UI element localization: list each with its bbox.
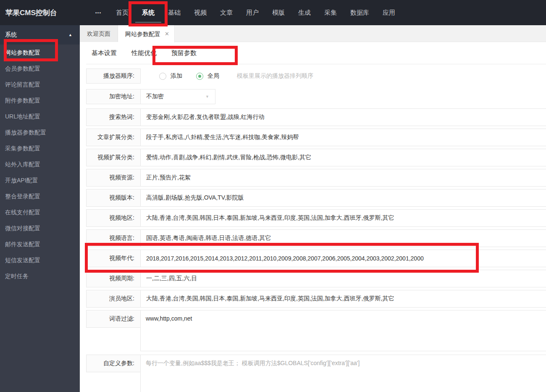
text-input[interactable]: 变形金刚,火影忍者,复仇者联盟,战狼,红海行动 (141, 108, 546, 126)
field-label: 播放器顺序: (86, 68, 141, 84)
app-logo: 苹果CMS控制台 (0, 8, 80, 18)
sidebar-item-login-config[interactable]: 整合登录配置 (0, 188, 80, 204)
field-hint: 模板里展示的播放器排列顺序 (237, 72, 313, 80)
subtab-bar: 基本设置 性能优化 预留参数 (86, 42, 546, 64)
sidebar: 系统 ▲ 网站参数配置 会员参数配置 评论留言配置 附件参数配置 URL地址配置… (0, 25, 80, 392)
text-input[interactable]: 高清版,剧场版,抢先版,OVA,TV,影院版 (141, 189, 546, 207)
form-row-video-year: 视频年代: 2018,2017,2016,2015,2014,2013,2012… (86, 250, 546, 267)
field-label: 视频年代: (86, 250, 141, 267)
select-value: 不加密 (146, 93, 164, 100)
chevron-down-icon: ▼ (205, 95, 209, 99)
field-label: 视频版本: (86, 189, 141, 207)
tab-welcome[interactable]: 欢迎页面 (80, 25, 118, 42)
nav-item-template[interactable]: 模版 (272, 0, 285, 25)
form-row-video-resource: 视频资源: 正片,预告片,花絮 (86, 169, 546, 187)
main-content: 欢迎页面 网站参数配置 ✕ 基本设置 性能优化 预留参数 播放器顺序: 添加 全… (80, 25, 546, 392)
sidebar-item-url-config[interactable]: URL地址配置 (0, 108, 80, 124)
field-label: 搜索热词: (86, 108, 141, 126)
sidebar-item-attachment-config[interactable]: 附件参数配置 (0, 92, 80, 108)
encrypt-select[interactable]: 不加密 ▼ (141, 89, 215, 104)
radio-label[interactable]: 添加 (171, 72, 182, 80)
form-row-actor-area: 演员地区: 大陆,香港,台湾,美国,韩国,日本,泰国,新加坡,马来西亚,印度,英… (86, 290, 546, 308)
nav-item-user[interactable]: 用户 (246, 0, 259, 25)
form-row-video-area: 视频地区: 大陆,香港,台湾,美国,韩国,日本,泰国,新加坡,马来西亚,印度,英… (86, 209, 546, 227)
form-row-encrypt-address: 加密地址: 不加密 ▼ (86, 89, 546, 104)
close-icon[interactable]: ✕ (165, 26, 169, 42)
nav-item-apps[interactable]: 应用 (383, 0, 395, 25)
field-label: 自定义参数: (86, 355, 141, 372)
text-input[interactable]: 大陆,香港,台湾,美国,韩国,日本,泰国,新加坡,马来西亚,印度,英国,法国,加… (141, 209, 546, 227)
text-input[interactable]: 爱情,动作,喜剧,战争,科幻,剧情,武侠,冒险,枪战,恐怖,微电影,其它 (141, 149, 546, 166)
sidebar-group-system[interactable]: 系统 ▲ (0, 25, 80, 45)
nav-item-basic[interactable]: 基础 (168, 0, 181, 25)
subtab-basic-settings[interactable]: 基本设置 (92, 49, 117, 57)
form-row-video-weekday: 视频周期: 一,二,三,四,五,六,日 (86, 270, 546, 287)
text-input[interactable]: 2018,2017,2016,2015,2014,2013,2012,2011,… (141, 250, 546, 267)
top-navbar: 苹果CMS控制台 ••• 首页 系统 基础 视频 文章 用户 模版 生成 采集 … (0, 0, 546, 25)
field-label: 视频资源: (86, 169, 141, 187)
subtab-performance[interactable]: 性能优化 (131, 49, 157, 57)
form-row-video-language: 视频语言: 国语,英语,粤语,闽南语,韩语,日语,法语,德语,其它 (86, 229, 546, 247)
sidebar-item-cron-tasks[interactable]: 定时任务 (0, 268, 80, 284)
text-input[interactable]: 大陆,香港,台湾,美国,韩国,日本,泰国,新加坡,马来西亚,印度,英国,法国,加… (141, 290, 546, 308)
field-label: 演员地区: (86, 290, 141, 308)
form-row-article-ext-category: 文章扩展分类: 段子手,私房话,八卦精,爱生活,汽车迷,科技咖,美食家,辣妈帮 (86, 129, 546, 146)
field-label: 视频周期: (86, 270, 141, 287)
subtab-reserved-params[interactable]: 预留参数 (171, 49, 197, 57)
text-input[interactable]: 段子手,私房话,八卦精,爱生活,汽车迷,科技咖,美食家,辣妈帮 (141, 129, 546, 146)
form-row-player-order: 播放器顺序: 添加 全局 模板里展示的播放器排列顺序 (86, 68, 546, 84)
sidebar-item-player-config[interactable]: 播放器参数配置 (0, 124, 80, 140)
field-label: 视频地区: (86, 209, 141, 227)
text-input[interactable]: 国语,英语,粤语,闽南语,韩语,日语,法语,德语,其它 (141, 229, 546, 247)
nav-item-home[interactable]: 首页 (116, 0, 129, 25)
sidebar-item-member-params[interactable]: 会员参数配置 (0, 61, 80, 76)
config-form: 播放器顺序: 添加 全局 模板里展示的播放器排列顺序 加密地址: 不加密 ▼ (80, 64, 546, 392)
collapse-arrow-icon: ▲ (68, 33, 72, 37)
sidebar-group-label: 系统 (5, 31, 17, 39)
radio-option-add[interactable]: 添加 (159, 72, 182, 80)
radio-label[interactable]: 全局 (207, 72, 219, 80)
field-label: 视频语言: (86, 229, 141, 247)
field-label: 文章扩展分类: (86, 129, 141, 146)
field-label: 加密地址: (86, 89, 141, 104)
tab-strip: 欢迎页面 网站参数配置 ✕ (80, 25, 546, 42)
sidebar-item-site-params[interactable]: 网站参数配置 (0, 45, 80, 61)
radio-option-global[interactable]: 全局 (196, 72, 219, 80)
sidebar-item-open-api-config[interactable]: 开放API配置 (0, 172, 80, 188)
sidebar-item-collect-config[interactable]: 采集参数配置 (0, 140, 80, 156)
form-row-word-filter: 词语过滤: www,http,com,net (86, 310, 546, 351)
sidebar-item-email-config[interactable]: 邮件发送配置 (0, 236, 80, 252)
more-menu-icon[interactable]: ••• (94, 10, 102, 15)
word-filter-textarea[interactable]: www,http,com,net (140, 310, 546, 351)
sidebar-item-sms-config[interactable]: 短信发送配置 (0, 252, 80, 268)
nav-item-generate[interactable]: 生成 (298, 0, 311, 25)
nav-item-video[interactable]: 视频 (194, 0, 207, 25)
text-input[interactable]: 正片,预告片,花絮 (141, 169, 546, 187)
field-label: 词语过滤: (86, 310, 141, 328)
tab-label: 网站参数配置 (125, 26, 160, 42)
tab-site-params[interactable]: 网站参数配置 ✕ (118, 25, 175, 42)
sidebar-item-payment-config[interactable]: 在线支付配置 (0, 204, 80, 220)
radio-unchecked-icon[interactable] (159, 73, 166, 80)
custom-params-textarea[interactable] (140, 355, 546, 392)
form-row-video-ext-category: 视频扩展分类: 爱情,动作,喜剧,战争,科幻,剧情,武侠,冒险,枪战,恐怖,微电… (86, 149, 546, 166)
sidebar-item-wechat-config[interactable]: 微信对接配置 (0, 220, 80, 236)
form-row-custom-params: 自定义参数: (86, 355, 546, 392)
radio-checked-icon[interactable] (196, 73, 203, 80)
player-order-options: 添加 全局 模板里展示的播放器排列顺序 (141, 68, 313, 84)
form-row-hot-search: 搜索热词: 变形金刚,火影忍者,复仇者联盟,战狼,红海行动 (86, 108, 546, 126)
text-input[interactable]: 一,二,三,四,五,六,日 (141, 270, 546, 287)
form-row-video-version: 视频版本: 高清版,剧场版,抢先版,OVA,TV,影院版 (86, 189, 546, 207)
sidebar-item-comment-config[interactable]: 评论留言配置 (0, 76, 80, 92)
nav-item-database[interactable]: 数据库 (350, 0, 369, 25)
nav-item-article[interactable]: 文章 (220, 0, 233, 25)
sidebar-item-external-db-config[interactable]: 站外入库配置 (0, 156, 80, 172)
nav-item-collect[interactable]: 采集 (324, 0, 337, 25)
nav-item-system[interactable]: 系统 (142, 0, 155, 25)
field-label: 视频扩展分类: (86, 149, 141, 166)
